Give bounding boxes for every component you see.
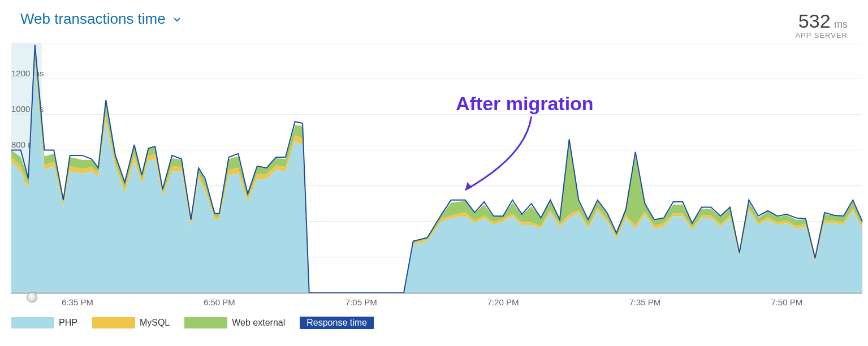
svg-text:6:35 PM: 6:35 PM <box>62 297 93 307</box>
svg-point-22 <box>27 292 37 302</box>
summary-metric: 532 ms APP SERVER <box>795 10 848 40</box>
svg-text:7:20 PM: 7:20 PM <box>487 297 519 307</box>
svg-text:6:50 PM: 6:50 PM <box>204 297 235 307</box>
metric-value: 532 <box>798 10 831 32</box>
legend-label-mysql: MySQL <box>140 318 170 328</box>
svg-text:7:50 PM: 7:50 PM <box>771 297 802 307</box>
legend-item-resp[interactable]: Response time <box>300 317 378 329</box>
metric-unit: ms <box>834 19 848 30</box>
metric-sublabel: APP SERVER <box>795 31 848 40</box>
swatch-mysql <box>92 317 135 328</box>
chevron-down-icon <box>172 15 182 24</box>
legend-item-mysql[interactable]: MySQL <box>92 317 170 328</box>
svg-text:7:05 PM: 7:05 PM <box>346 297 377 307</box>
legend-label-php: PHP <box>59 318 77 328</box>
swatch-php <box>11 317 54 328</box>
swatch-web <box>184 317 227 328</box>
svg-text:7:35 PM: 7:35 PM <box>629 297 660 307</box>
legend-label-resp: Response time <box>300 317 374 329</box>
chart-title: Web transactions time <box>20 10 166 28</box>
chart-svg: 200 ms400 ms600 ms800 ms1000 ms1200 ms14… <box>0 43 868 314</box>
legend-label-web: Web external <box>232 318 285 328</box>
legend-item-web[interactable]: Web external <box>184 317 285 328</box>
legend: PHP MySQL Web external Response time <box>0 314 868 334</box>
legend-item-php[interactable]: PHP <box>11 317 77 328</box>
svg-text:1200 ms: 1200 ms <box>11 68 44 78</box>
chart-area[interactable]: 200 ms400 ms600 ms800 ms1000 ms1200 ms14… <box>0 43 868 314</box>
chart-title-dropdown[interactable]: Web transactions time <box>20 10 182 28</box>
